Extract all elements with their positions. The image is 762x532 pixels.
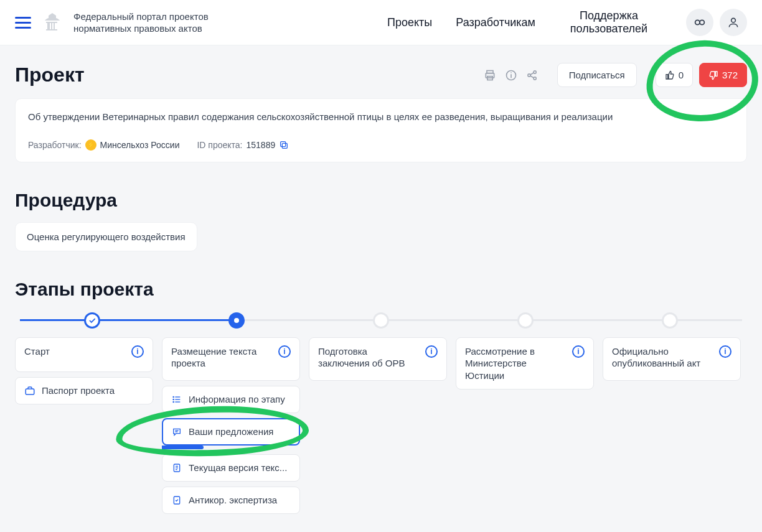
site-title: Федеральный портал проектов нормативных … xyxy=(73,11,235,35)
share-icon[interactable] xyxy=(526,69,539,82)
nav-developers[interactable]: Разработчикам xyxy=(456,16,535,29)
thumbs-down-icon xyxy=(708,70,718,80)
timeline-node-5[interactable] xyxy=(662,312,678,329)
project-full-title: Об утверждении Ветеринарных правил содер… xyxy=(28,110,734,124)
project-title-row: Проект Подписаться 0 372 xyxy=(15,63,747,87)
copy-id-button[interactable] xyxy=(279,140,289,150)
like-button[interactable]: 0 xyxy=(656,63,693,87)
svg-point-1 xyxy=(700,20,704,24)
dislike-button[interactable]: 372 xyxy=(699,63,747,87)
developer-badge-icon: ⚡ xyxy=(85,139,96,151)
stage-card-ministry[interactable]: Рассмотрение в Министерстве Юстиции i xyxy=(456,337,594,390)
stage-col-5: Официально опубликованный акт i xyxy=(603,337,741,514)
project-meta: Разработчик: ⚡ Минсельхоз России ID прое… xyxy=(28,139,734,151)
info-icon[interactable] xyxy=(505,69,517,82)
stage-card-orv[interactable]: Подготовка заключения об ОРВ i xyxy=(309,337,447,381)
subscribe-button[interactable]: Подписаться xyxy=(557,63,637,87)
timeline-node-1[interactable] xyxy=(84,312,100,329)
svg-point-21 xyxy=(173,399,174,399)
passport-link[interactable]: Паспорт проекта xyxy=(15,377,153,404)
dislike-count: 372 xyxy=(722,70,738,80)
svg-line-13 xyxy=(530,75,534,77)
stage-card-published[interactable]: Официально опубликованный акт i xyxy=(603,337,741,381)
like-count: 0 xyxy=(679,70,684,80)
user-button[interactable] xyxy=(720,9,747,36)
procedure-chip[interactable]: Оценка регулирующего воздействия xyxy=(15,222,197,251)
sub-stage-current-version[interactable]: Текущая версия текс... xyxy=(162,454,300,482)
menu-button[interactable] xyxy=(15,14,31,30)
nav-projects[interactable]: Проекты xyxy=(387,16,432,29)
nav-support[interactable]: Поддержка пользователей xyxy=(559,9,659,35)
comment-icon xyxy=(171,426,182,437)
stage-col-4: Рассмотрение в Министерстве Юстиции i xyxy=(456,337,594,514)
header-icons xyxy=(686,9,747,36)
timeline-node-2[interactable] xyxy=(228,312,245,329)
info-icon[interactable]: i xyxy=(572,345,585,358)
accessibility-button[interactable] xyxy=(686,9,713,36)
check-document-icon xyxy=(171,495,182,506)
svg-point-8 xyxy=(510,72,512,73)
svg-rect-15 xyxy=(281,141,286,146)
briefcase-icon xyxy=(24,385,35,396)
tool-icons xyxy=(484,69,539,82)
thumbs-up-icon xyxy=(665,70,675,80)
svg-point-0 xyxy=(695,20,700,24)
svg-point-22 xyxy=(173,401,174,402)
timeline-node-3[interactable] xyxy=(373,312,389,329)
list-icon xyxy=(171,394,182,405)
document-icon xyxy=(171,462,182,474)
svg-rect-16 xyxy=(26,389,34,394)
page-title: Проект xyxy=(15,63,85,86)
emblem-icon xyxy=(41,11,64,34)
sub-stage-anticorruption[interactable]: Антикор. экспертиза xyxy=(162,487,300,514)
timeline: Старт i Паспорт проекта Размещение текст… xyxy=(15,311,747,514)
timeline-node-4[interactable] xyxy=(517,312,534,329)
svg-line-12 xyxy=(530,72,534,74)
info-icon[interactable]: i xyxy=(131,345,144,358)
svg-rect-14 xyxy=(283,143,288,148)
info-icon[interactable]: i xyxy=(278,345,291,358)
procedure-heading: Процедура xyxy=(15,190,747,211)
stage-col-2: Размещение текста проекта i Информация п… xyxy=(162,337,300,514)
sub-stage-info[interactable]: Информация по этапу xyxy=(162,386,300,413)
stages-heading: Этапы проекта xyxy=(15,279,747,300)
info-icon[interactable]: i xyxy=(425,345,438,358)
stage-card-start[interactable]: Старт i xyxy=(15,337,153,372)
project-card: Об утверждении Ветеринарных правил содер… xyxy=(15,98,747,162)
stage-col-1: Старт i Паспорт проекта xyxy=(15,337,153,514)
info-icon[interactable]: i xyxy=(719,345,731,358)
main-nav: Проекты Разработчикам Поддержка пользова… xyxy=(387,9,659,35)
meta-developer: Разработчик: ⚡ Минсельхоз России xyxy=(28,139,179,151)
svg-point-2 xyxy=(731,18,736,22)
print-icon[interactable] xyxy=(484,69,496,82)
svg-point-20 xyxy=(173,396,174,397)
stage-card-text[interactable]: Размещение текста проекта i xyxy=(162,337,300,381)
stage-col-3: Подготовка заключения об ОРВ i xyxy=(309,337,447,514)
progress-bar xyxy=(162,446,204,449)
header: Федеральный портал проектов нормативных … xyxy=(0,0,762,45)
sub-stage-suggestions[interactable]: Ваши предложения xyxy=(162,418,300,446)
meta-project-id: ID проекта: 151889 xyxy=(197,140,289,150)
